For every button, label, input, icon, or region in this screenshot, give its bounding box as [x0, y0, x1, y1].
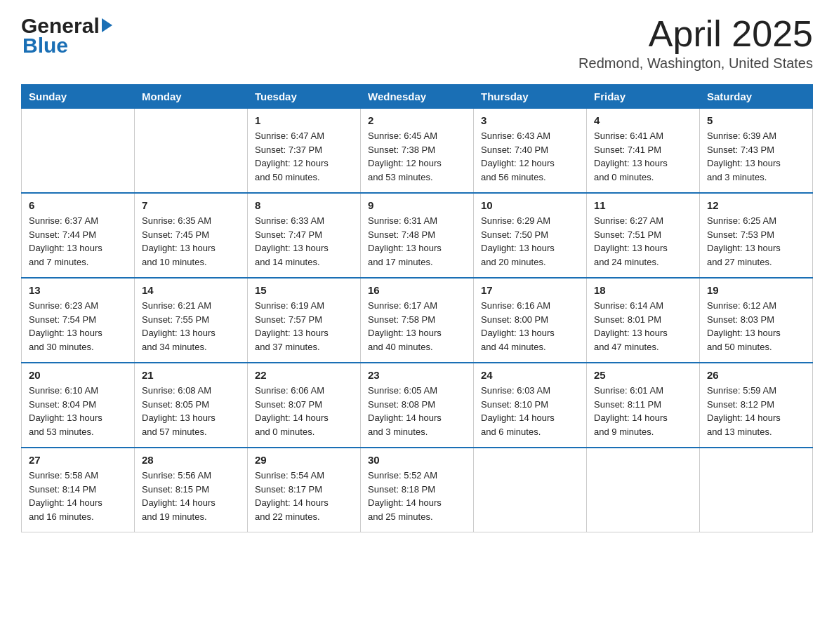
calendar-cell — [22, 109, 135, 194]
day-number: 27 — [29, 454, 127, 466]
day-info: Sunrise: 6:29 AM Sunset: 7:50 PM Dayligh… — [481, 214, 579, 269]
day-number: 24 — [481, 369, 579, 381]
calendar-cell: 11Sunrise: 6:27 AM Sunset: 7:51 PM Dayli… — [587, 193, 700, 278]
day-number: 2 — [368, 114, 466, 126]
page-header: General Blue April 2025 Redmond, Washing… — [21, 14, 813, 72]
calendar-cell: 10Sunrise: 6:29 AM Sunset: 7:50 PM Dayli… — [474, 193, 587, 278]
day-info: Sunrise: 5:54 AM Sunset: 8:17 PM Dayligh… — [255, 469, 353, 523]
day-info: Sunrise: 6:21 AM Sunset: 7:55 PM Dayligh… — [142, 299, 240, 354]
weekday-header-thursday: Thursday — [474, 85, 587, 109]
day-number: 10 — [481, 199, 579, 211]
calendar-cell: 1Sunrise: 6:47 AM Sunset: 7:37 PM Daylig… — [248, 109, 361, 194]
day-number: 17 — [481, 284, 579, 296]
calendar-week-row: 20Sunrise: 6:10 AM Sunset: 8:04 PM Dayli… — [22, 363, 813, 448]
day-number: 5 — [707, 114, 805, 126]
weekday-header-friday: Friday — [587, 85, 700, 109]
calendar-cell — [135, 109, 248, 194]
day-info: Sunrise: 6:17 AM Sunset: 7:58 PM Dayligh… — [368, 299, 466, 354]
day-number: 6 — [29, 199, 127, 211]
calendar-header: SundayMondayTuesdayWednesdayThursdayFrid… — [22, 85, 813, 109]
calendar-cell: 7Sunrise: 6:35 AM Sunset: 7:45 PM Daylig… — [135, 193, 248, 278]
logo-arrow-icon — [102, 18, 112, 32]
day-info: Sunrise: 6:01 AM Sunset: 8:11 PM Dayligh… — [594, 384, 692, 438]
day-info: Sunrise: 6:37 AM Sunset: 7:44 PM Dayligh… — [29, 214, 127, 269]
day-number: 9 — [368, 199, 466, 211]
calendar-cell: 29Sunrise: 5:54 AM Sunset: 8:17 PM Dayli… — [248, 448, 361, 532]
day-number: 30 — [368, 454, 466, 466]
calendar-cell — [700, 448, 813, 532]
day-info: Sunrise: 6:33 AM Sunset: 7:47 PM Dayligh… — [255, 214, 353, 269]
day-info: Sunrise: 6:12 AM Sunset: 8:03 PM Dayligh… — [707, 299, 805, 354]
calendar-week-row: 27Sunrise: 5:58 AM Sunset: 8:14 PM Dayli… — [22, 448, 813, 532]
day-number: 19 — [707, 284, 805, 296]
day-number: 8 — [255, 199, 353, 211]
title-area: April 2025 Redmond, Washington, United S… — [578, 14, 813, 72]
calendar-cell: 13Sunrise: 6:23 AM Sunset: 7:54 PM Dayli… — [22, 278, 135, 363]
day-info: Sunrise: 6:05 AM Sunset: 8:08 PM Dayligh… — [368, 384, 466, 438]
day-info: Sunrise: 6:06 AM Sunset: 8:07 PM Dayligh… — [255, 384, 353, 438]
day-info: Sunrise: 6:19 AM Sunset: 7:57 PM Dayligh… — [255, 299, 353, 354]
calendar-cell: 24Sunrise: 6:03 AM Sunset: 8:10 PM Dayli… — [474, 363, 587, 448]
day-info: Sunrise: 6:16 AM Sunset: 8:00 PM Dayligh… — [481, 299, 579, 354]
day-info: Sunrise: 6:10 AM Sunset: 8:04 PM Dayligh… — [29, 384, 127, 438]
day-info: Sunrise: 6:31 AM Sunset: 7:48 PM Dayligh… — [368, 214, 466, 269]
calendar-cell: 23Sunrise: 6:05 AM Sunset: 8:08 PM Dayli… — [361, 363, 474, 448]
calendar-body: 1Sunrise: 6:47 AM Sunset: 7:37 PM Daylig… — [22, 109, 813, 532]
calendar-cell: 20Sunrise: 6:10 AM Sunset: 8:04 PM Dayli… — [22, 363, 135, 448]
day-info: Sunrise: 6:45 AM Sunset: 7:38 PM Dayligh… — [368, 129, 466, 184]
calendar-cell: 26Sunrise: 5:59 AM Sunset: 8:12 PM Dayli… — [700, 363, 813, 448]
calendar-week-row: 6Sunrise: 6:37 AM Sunset: 7:44 PM Daylig… — [22, 193, 813, 278]
calendar-cell: 16Sunrise: 6:17 AM Sunset: 7:58 PM Dayli… — [361, 278, 474, 363]
day-number: 25 — [594, 369, 692, 381]
calendar-cell: 15Sunrise: 6:19 AM Sunset: 7:57 PM Dayli… — [248, 278, 361, 363]
day-number: 23 — [368, 369, 466, 381]
calendar-table: SundayMondayTuesdayWednesdayThursdayFrid… — [21, 84, 813, 532]
day-number: 20 — [29, 369, 127, 381]
weekday-header-row: SundayMondayTuesdayWednesdayThursdayFrid… — [22, 85, 813, 109]
day-info: Sunrise: 6:14 AM Sunset: 8:01 PM Dayligh… — [594, 299, 692, 354]
calendar-cell: 14Sunrise: 6:21 AM Sunset: 7:55 PM Dayli… — [135, 278, 248, 363]
day-info: Sunrise: 6:39 AM Sunset: 7:43 PM Dayligh… — [707, 129, 805, 184]
day-number: 3 — [481, 114, 579, 126]
day-info: Sunrise: 6:25 AM Sunset: 7:53 PM Dayligh… — [707, 214, 805, 269]
weekday-header-saturday: Saturday — [700, 85, 813, 109]
day-number: 1 — [255, 114, 353, 126]
day-number: 4 — [594, 114, 692, 126]
day-info: Sunrise: 6:27 AM Sunset: 7:51 PM Dayligh… — [594, 214, 692, 269]
day-number: 22 — [255, 369, 353, 381]
day-number: 28 — [142, 454, 240, 466]
day-info: Sunrise: 5:58 AM Sunset: 8:14 PM Dayligh… — [29, 469, 127, 523]
calendar-cell: 27Sunrise: 5:58 AM Sunset: 8:14 PM Dayli… — [22, 448, 135, 532]
calendar-week-row: 1Sunrise: 6:47 AM Sunset: 7:37 PM Daylig… — [22, 109, 813, 194]
day-info: Sunrise: 6:08 AM Sunset: 8:05 PM Dayligh… — [142, 384, 240, 438]
calendar-cell: 4Sunrise: 6:41 AM Sunset: 7:41 PM Daylig… — [587, 109, 700, 194]
calendar-cell: 25Sunrise: 6:01 AM Sunset: 8:11 PM Dayli… — [587, 363, 700, 448]
weekday-header-sunday: Sunday — [22, 85, 135, 109]
day-number: 18 — [594, 284, 692, 296]
logo: General Blue — [21, 14, 112, 58]
calendar-cell — [587, 448, 700, 532]
day-number: 21 — [142, 369, 240, 381]
day-number: 12 — [707, 199, 805, 211]
calendar-cell: 28Sunrise: 5:56 AM Sunset: 8:15 PM Dayli… — [135, 448, 248, 532]
calendar-cell: 2Sunrise: 6:45 AM Sunset: 7:38 PM Daylig… — [361, 109, 474, 194]
calendar-cell: 30Sunrise: 5:52 AM Sunset: 8:18 PM Dayli… — [361, 448, 474, 532]
day-info: Sunrise: 6:47 AM Sunset: 7:37 PM Dayligh… — [255, 129, 353, 184]
day-number: 11 — [594, 199, 692, 211]
day-number: 14 — [142, 284, 240, 296]
calendar-cell: 18Sunrise: 6:14 AM Sunset: 8:01 PM Dayli… — [587, 278, 700, 363]
calendar-cell: 12Sunrise: 6:25 AM Sunset: 7:53 PM Dayli… — [700, 193, 813, 278]
day-info: Sunrise: 5:59 AM Sunset: 8:12 PM Dayligh… — [707, 384, 805, 438]
day-info: Sunrise: 6:35 AM Sunset: 7:45 PM Dayligh… — [142, 214, 240, 269]
day-number: 16 — [368, 284, 466, 296]
day-info: Sunrise: 6:43 AM Sunset: 7:40 PM Dayligh… — [481, 129, 579, 184]
calendar-cell: 9Sunrise: 6:31 AM Sunset: 7:48 PM Daylig… — [361, 193, 474, 278]
day-info: Sunrise: 5:52 AM Sunset: 8:18 PM Dayligh… — [368, 469, 466, 523]
logo-blue-text: Blue — [21, 34, 112, 58]
calendar-cell: 19Sunrise: 6:12 AM Sunset: 8:03 PM Dayli… — [700, 278, 813, 363]
day-number: 7 — [142, 199, 240, 211]
calendar-cell: 22Sunrise: 6:06 AM Sunset: 8:07 PM Dayli… — [248, 363, 361, 448]
calendar-cell: 17Sunrise: 6:16 AM Sunset: 8:00 PM Dayli… — [474, 278, 587, 363]
month-title: April 2025 — [578, 14, 813, 54]
calendar-cell: 21Sunrise: 6:08 AM Sunset: 8:05 PM Dayli… — [135, 363, 248, 448]
